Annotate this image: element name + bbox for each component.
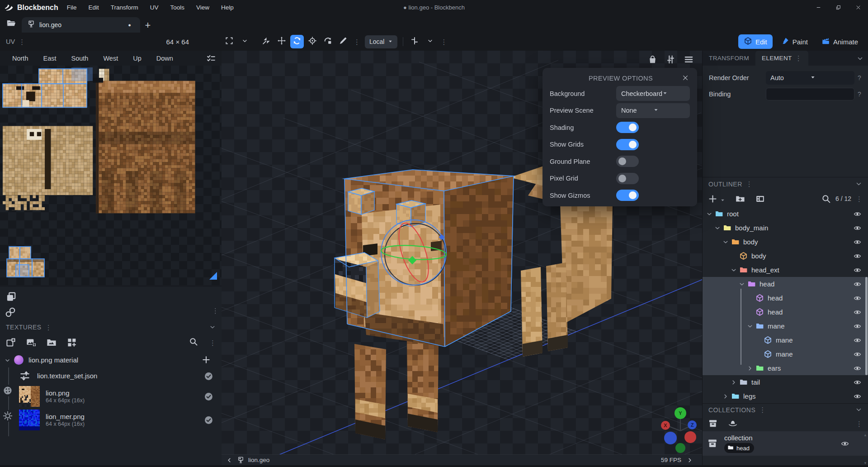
help-icon[interactable]: ?	[854, 74, 864, 81]
help-icon[interactable]: ?	[854, 91, 864, 98]
scroll-up-arrow[interactable]: ▲	[863, 433, 867, 437]
outliner-row-mane[interactable]: mane	[703, 319, 868, 333]
restore-button[interactable]	[828, 0, 848, 15]
uv-tab-west[interactable]: West	[103, 55, 118, 62]
menu-uv[interactable]: UV	[146, 2, 163, 13]
new-collection-button[interactable]	[708, 419, 718, 429]
outliner-row-body[interactable]: body	[703, 235, 868, 249]
toggle-panel-view-button[interactable]	[755, 194, 765, 204]
preview-options-icon[interactable]	[665, 54, 676, 65]
knife-tool[interactable]	[336, 35, 350, 48]
chevron-down-icon[interactable]	[714, 225, 721, 231]
add-texture-button[interactable]	[202, 355, 211, 364]
add-folder-button[interactable]	[735, 194, 745, 204]
tab-transform[interactable]: TRANSFORM	[703, 51, 755, 66]
texture-row-lion_mer.png[interactable]: lion_mer.png64 x 64px (16x)	[0, 408, 222, 432]
collection-tag-head[interactable]: head	[724, 443, 754, 453]
check-circle-icon[interactable]	[204, 392, 213, 401]
eye-icon[interactable]	[853, 337, 862, 344]
chevron-down-icon[interactable]	[855, 406, 862, 413]
toolbar-menu[interactable]: ⋮	[440, 38, 447, 45]
chevron-down-icon[interactable]	[747, 323, 753, 329]
frame-view-dropdown[interactable]	[238, 35, 251, 48]
texture-row-lion.texture_set.json[interactable]: lion.texture_set.json	[0, 367, 222, 385]
eye-icon[interactable]	[853, 281, 862, 288]
uv-tab-south[interactable]: South	[71, 55, 88, 62]
eye-icon[interactable]	[853, 309, 862, 316]
append-textures-button[interactable]	[46, 337, 57, 348]
eye-icon[interactable]	[853, 253, 862, 260]
chevron-down-icon[interactable]	[855, 181, 862, 187]
chevron-right-icon[interactable]	[747, 365, 753, 372]
menu-tools[interactable]: Tools	[166, 2, 189, 13]
chevron-right-icon[interactable]	[722, 393, 729, 400]
frame-view-button[interactable]	[222, 35, 236, 48]
collections-list-menu[interactable]: ⋮	[856, 420, 863, 427]
material-row[interactable]: lion.png material	[0, 352, 222, 367]
mode-edit[interactable]: Edit	[738, 34, 773, 49]
textures-menu[interactable]: ⋮	[45, 324, 52, 331]
chevron-down-icon[interactable]	[722, 239, 729, 245]
copy-uv-button[interactable]	[5, 291, 18, 304]
option-toggle[interactable]	[616, 122, 639, 133]
viewport-menu-icon[interactable]	[684, 54, 694, 65]
outliner-row-head[interactable]: head	[703, 277, 868, 291]
menu-help[interactable]: Help	[217, 2, 238, 13]
menu-file[interactable]: File	[63, 2, 81, 13]
chevron-down-icon[interactable]	[731, 267, 737, 273]
chevron-down-icon[interactable]	[209, 324, 216, 330]
uv-tab-up[interactable]: Up	[133, 55, 142, 62]
uv-tab-north[interactable]: North	[12, 55, 28, 62]
outliner-row-head[interactable]: head	[703, 305, 868, 319]
import-texture-button[interactable]	[5, 337, 16, 348]
option-toggle[interactable]	[616, 190, 639, 201]
add-dropdown[interactable]	[720, 196, 725, 201]
chevron-down-icon[interactable]	[857, 55, 863, 62]
eye-icon[interactable]	[853, 210, 862, 218]
eye-icon[interactable]	[853, 224, 862, 232]
vertex-snap-tool[interactable]	[259, 35, 273, 48]
binding-input[interactable]	[766, 88, 854, 100]
uv-editor-canvas[interactable]	[0, 66, 222, 286]
menu-transform[interactable]: Transform	[107, 2, 142, 13]
search-icon[interactable]	[189, 337, 200, 348]
tool-menu[interactable]: ⋮	[354, 38, 360, 45]
minimize-button[interactable]	[808, 0, 828, 15]
outliner-row-head[interactable]: head	[703, 291, 868, 305]
eye-icon[interactable]	[853, 323, 862, 330]
element-tab-menu[interactable]: ⋮	[795, 55, 802, 62]
option-toggle[interactable]	[616, 173, 639, 184]
textures-list-menu[interactable]: ⋮	[209, 339, 216, 346]
close-icon[interactable]	[682, 74, 690, 82]
option-toggle[interactable]	[616, 139, 639, 150]
outliner-row-body[interactable]: body	[703, 249, 868, 263]
collection-row[interactable]: collectionhead	[703, 431, 868, 456]
option-select[interactable]: Checkerboard	[616, 86, 690, 101]
prev-tab-arrow[interactable]	[226, 457, 232, 463]
eye-icon[interactable]	[853, 267, 862, 274]
checklist-icon[interactable]	[206, 53, 216, 63]
outliner-row-mane[interactable]: mane	[703, 333, 868, 347]
next-tab-arrow[interactable]	[687, 457, 693, 463]
uv-tab-down[interactable]: Down	[156, 55, 173, 62]
rotate-tool[interactable]	[290, 35, 304, 48]
close-button[interactable]	[848, 0, 868, 15]
eye-icon[interactable]	[840, 440, 850, 448]
outliner-row-head_ext[interactable]: head_ext	[703, 263, 868, 277]
menu-edit[interactable]: Edit	[84, 2, 103, 13]
eye-icon[interactable]	[853, 393, 862, 400]
transform-space-dropdown[interactable]: Local	[365, 35, 397, 48]
slider-tool-dropdown[interactable]	[423, 35, 437, 48]
slider-tool[interactable]	[408, 35, 421, 48]
outliner-row-body_main[interactable]: body_main	[703, 221, 868, 235]
create-texture-button[interactable]	[26, 337, 37, 348]
pivot-tool[interactable]	[306, 35, 319, 48]
move-tool[interactable]	[275, 35, 288, 48]
outliner-list-menu[interactable]: ⋮	[856, 195, 863, 202]
check-circle-icon[interactable]	[204, 372, 213, 381]
uv-corner-menu[interactable]: ⋮	[212, 307, 219, 314]
open-folder-button[interactable]	[4, 17, 19, 31]
uv-tab-east[interactable]: East	[43, 55, 56, 62]
outliner-row-root[interactable]: root	[703, 207, 868, 221]
outliner-menu[interactable]: ⋮	[746, 181, 753, 187]
